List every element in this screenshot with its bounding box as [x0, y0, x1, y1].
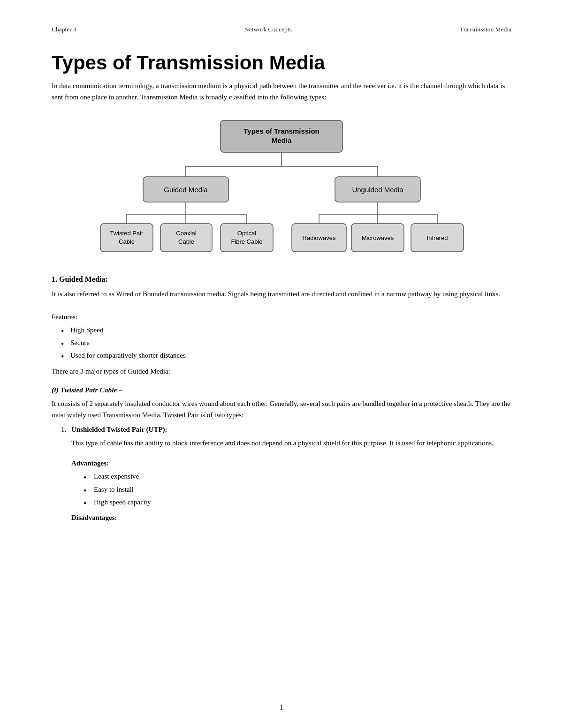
section1a-text: It consists of 2 separately insulated co… — [52, 398, 511, 421]
svg-text:Cable: Cable — [178, 238, 194, 245]
utp-heading: Unshielded Twisted Pair (UTP): — [71, 426, 167, 433]
advantage-3: High speed capacity — [94, 496, 511, 509]
svg-text:Media: Media — [272, 136, 292, 144]
svg-text:Types of Transmission: Types of Transmission — [243, 127, 319, 135]
advantages-list: Least expensive Easy to install High spe… — [52, 470, 511, 509]
advantage-2: Easy to install — [94, 483, 511, 496]
features-list: High Speed Secure Used for comparatively… — [52, 324, 511, 362]
intro-text: In data communication terminology, a tra… — [52, 80, 511, 103]
advantage-1: Least expensive — [94, 470, 511, 483]
utp-content: Unshielded Twisted Pair (UTP): — [71, 426, 511, 434]
svg-text:Microwaves: Microwaves — [362, 234, 394, 241]
main-title: Types of Transmission Media — [52, 52, 511, 74]
svg-text:Unguided Media: Unguided Media — [352, 186, 403, 194]
header-center: Network Concepts — [244, 26, 292, 33]
feature-3: Used for comparatively shorter distances — [70, 349, 511, 362]
section1-heading: 1. Guided Media: — [52, 275, 511, 284]
disadvantages-label: Disadvantages: — [52, 514, 511, 522]
svg-text:Coaxial: Coaxial — [176, 230, 196, 237]
page: Chapter 3 Network Concepts Transmission … — [0, 0, 563, 728]
svg-text:Fibre Cable: Fibre Cable — [231, 238, 262, 245]
section1a-heading: (i) Twisted Pair Cable – — [52, 386, 511, 394]
feature-1: High Speed — [70, 324, 511, 337]
section1-text: It is also referred to as Wired or Bound… — [52, 288, 511, 300]
svg-rect-19 — [160, 224, 212, 252]
utp-number: 1. — [52, 426, 71, 434]
svg-rect-22 — [221, 224, 273, 252]
page-header: Chapter 3 Network Concepts Transmission … — [52, 26, 511, 33]
svg-text:Radiowaves: Radiowaves — [303, 234, 336, 241]
header-right: Transmission Media — [460, 26, 511, 33]
diagram-container: Types of Transmission Media Guided Media… — [52, 116, 511, 261]
diagram-svg: Types of Transmission Media Guided Media… — [89, 116, 474, 261]
svg-rect-16 — [100, 224, 153, 252]
header-left: Chapter 3 — [52, 26, 76, 33]
svg-text:Twisted Pair: Twisted Pair — [110, 230, 144, 237]
svg-text:Cable: Cable — [119, 238, 135, 245]
features-label: Features: — [52, 313, 511, 321]
svg-text:Optical: Optical — [237, 230, 257, 237]
svg-text:Guided Media: Guided Media — [164, 186, 208, 194]
utp-text: This type of cable has the ability to bl… — [52, 437, 511, 449]
types-text: There are 3 major types of Guided Media: — [52, 366, 511, 377]
page-number: 1 — [0, 704, 563, 712]
svg-text:Infrared: Infrared — [427, 234, 448, 241]
feature-2: Secure — [70, 337, 511, 349]
utp-item: 1. Unshielded Twisted Pair (UTP): — [52, 426, 511, 434]
advantages-label: Advantages: — [52, 459, 511, 467]
